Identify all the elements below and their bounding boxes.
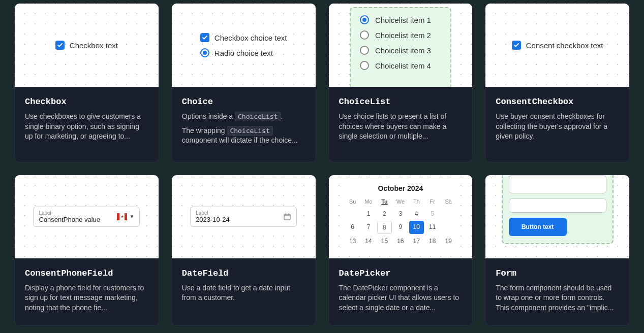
- preview-form: Button text: [485, 175, 629, 258]
- datepicker-cell: [345, 208, 360, 220]
- svg-rect-0: [284, 214, 290, 220]
- card-consentcheckbox[interactable]: Consent checkbox text ConsentCheckbox Us…: [485, 3, 630, 162]
- field-label: Label: [39, 210, 100, 216]
- datepicker-cell: 15: [377, 235, 392, 247]
- preview-datefield: Label 2023-10-24: [172, 175, 316, 258]
- datepicker-day-head: Sa: [441, 196, 455, 207]
- calendar-icon: [283, 213, 291, 221]
- form-button: Button text: [509, 218, 567, 236]
- card-title: Choice: [182, 97, 305, 107]
- form-input: [509, 198, 606, 213]
- field-value: 2023-10-24: [196, 216, 230, 223]
- datepicker-cell: 11: [425, 221, 440, 234]
- card-consentphonefield[interactable]: Label ConsentPhone value ▼ ConsentPhoneF…: [14, 175, 159, 326]
- choicelist-item-label: Choicelist item 4: [375, 61, 431, 70]
- datepicker-cell: 2: [377, 208, 392, 220]
- datepicker-cell: 17: [409, 235, 424, 247]
- datepicker-cell: 9: [393, 221, 408, 234]
- datepicker-day-head: Fr: [425, 196, 440, 207]
- card-title: ChoiceList: [339, 97, 463, 107]
- field-value: ConsentPhone value: [39, 216, 100, 223]
- datepicker-cell: 3: [393, 208, 408, 220]
- card-desc: Use buyer consent checkboxes for collect…: [496, 112, 619, 142]
- radio-icon: [360, 61, 369, 70]
- card-choice[interactable]: Checkbox choice text Radio choice text C…: [171, 3, 316, 162]
- card-title: DatePicker: [339, 269, 463, 278]
- datepicker-cell: 10: [409, 221, 424, 234]
- choicelist-item-label: Choicelist item 2: [375, 31, 431, 40]
- radio-icon: [200, 48, 209, 57]
- datepicker-cell: 4: [409, 208, 424, 220]
- card-desc: The form component should be used to wra…: [496, 283, 619, 313]
- datepicker-cell: 1: [361, 208, 376, 220]
- preview-checkbox: Checkbox text: [15, 4, 159, 87]
- choicelist-item-label: Choicelist item 1: [375, 16, 431, 24]
- preview-choicelist: Choicelist item 1 Choicelist item 2 Choi…: [329, 4, 473, 87]
- datepicker-cell: 19: [441, 235, 455, 247]
- field-label: Label: [196, 210, 230, 216]
- radio-icon: [360, 30, 369, 40]
- card-title: ConsentPhoneField: [25, 269, 148, 278]
- datepicker-cell: [441, 208, 455, 220]
- preview-choice: Checkbox choice text Radio choice text: [172, 4, 316, 87]
- datepicker-day-head: Tu: [377, 196, 392, 207]
- checkbox-icon: [55, 41, 65, 50]
- card-title: ConsentCheckbox: [496, 97, 619, 107]
- checkbox-icon: [200, 33, 209, 42]
- radio-icon: [360, 46, 369, 55]
- datepicker-cell: 14: [361, 235, 376, 247]
- datepicker-month: October 2024: [345, 184, 456, 192]
- card-desc: Use a date field to get a date input fro…: [182, 283, 305, 303]
- datepicker-cell: 5: [425, 208, 440, 220]
- radio-icon: [360, 15, 369, 24]
- datepicker-day-head: Mo: [361, 196, 376, 207]
- datepicker-day-head: We: [393, 196, 408, 207]
- form-input: [509, 175, 606, 193]
- card-datepicker[interactable]: October 2024 SuMoTuWeThFrSa1234567891011…: [328, 175, 473, 326]
- datepicker-cell: 16: [393, 235, 408, 247]
- card-desc: Options inside a ChoiceList. The wrappin…: [182, 112, 305, 146]
- card-title: Form: [496, 269, 619, 278]
- card-desc: Display a phone field for customers to s…: [25, 283, 148, 313]
- datepicker-cell: [441, 221, 455, 234]
- card-desc: Use checkboxes to give customers a singl…: [25, 112, 148, 142]
- datepicker-day-head: Th: [409, 196, 424, 207]
- canada-flag-icon: [117, 213, 127, 220]
- preview-consentcheckbox: Consent checkbox text: [485, 4, 629, 87]
- datepicker-day-head: Su: [345, 196, 360, 207]
- card-desc: The DatePicker component is a calendar p…: [339, 283, 463, 313]
- component-grid: Checkbox text Checkbox Use checkboxes to…: [14, 3, 630, 326]
- card-checkbox[interactable]: Checkbox text Checkbox Use checkboxes to…: [14, 3, 159, 162]
- preview-datepicker: October 2024 SuMoTuWeThFrSa1234567891011…: [329, 175, 473, 258]
- preview-consentphonefield: Label ConsentPhone value ▼: [15, 175, 159, 258]
- datepicker-cell: 8: [377, 221, 392, 234]
- card-choicelist[interactable]: Choicelist item 1 Choicelist item 2 Choi…: [328, 3, 473, 162]
- checkbox-label: Checkbox text: [70, 41, 118, 50]
- card-datefield[interactable]: Label 2023-10-24 DateField Use a date fi…: [171, 175, 316, 326]
- datepicker-cell: 18: [425, 235, 440, 247]
- consent-checkbox-label: Consent checkbox text: [526, 41, 603, 50]
- datepicker-cell: 6: [345, 221, 360, 234]
- choicelist-item-label: Choicelist item 3: [375, 46, 431, 55]
- choice-radio-label: Radio choice text: [214, 49, 273, 57]
- card-desc: Use choice lists to present a list of ch…: [339, 112, 463, 142]
- checkbox-icon: [512, 41, 521, 50]
- card-title: Checkbox: [25, 97, 148, 107]
- chevron-down-icon: ▼: [129, 214, 134, 219]
- datepicker-cell: 13: [345, 235, 360, 247]
- card-form[interactable]: Button text Form The form component shou…: [485, 175, 630, 326]
- card-title: DateField: [182, 269, 305, 278]
- datepicker-cell: 7: [361, 221, 376, 234]
- choice-checkbox-label: Checkbox choice text: [214, 34, 287, 42]
